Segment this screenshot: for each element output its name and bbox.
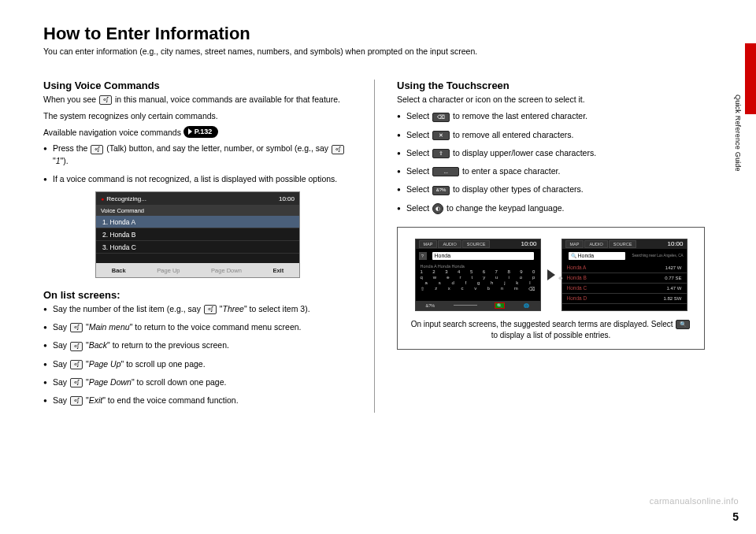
touch-bullet-1: Select ⌫ to remove the last entered char… (397, 110, 705, 122)
globe-icon: ◐ (432, 203, 443, 214)
list-bullet-1: Say the number of the list item (e.g., s… (43, 303, 352, 315)
talk-icon: «ʃ (70, 378, 83, 388)
delete-icon: ⌫ (432, 113, 450, 122)
vshot-row-1: 1. Honda A (96, 216, 299, 228)
symbols-icon: &?% (432, 186, 450, 195)
search-key-highlighted: 🔍 (495, 302, 505, 309)
arrow-icon (547, 269, 555, 280)
voice-intro: When you see «ʃ in this manual, voice co… (43, 94, 352, 106)
watermark: carmanualsonline.info (650, 496, 739, 506)
page-number: 5 (732, 510, 739, 523)
talk-icon: «ʃ (70, 323, 83, 332)
voice-heading: Using Voice Commands (43, 80, 352, 91)
vshot-row-2: 2. Honda B (96, 228, 299, 241)
talk-icon: «ʃ (99, 95, 112, 105)
talk-icon: «ʃ (204, 305, 217, 314)
shift-icon: ⇧ (432, 149, 450, 158)
touch-bullet-2: Select ✕ to remove all entered character… (397, 129, 705, 141)
page-ref-link[interactable]: P.132 (183, 126, 218, 138)
touch-bullet-6: Select ◐ to change the keypad language. (397, 202, 705, 214)
left-column: Using Voice Commands When you see «ʃ in … (43, 80, 374, 413)
touch-bullet-4: Select ⎵ to enter a space character. (397, 165, 705, 177)
voice-line2a: The system recognizes only certain comma… (43, 110, 352, 122)
touch-bullet-3: Select ⇧ to display upper/lower case cha… (397, 147, 705, 159)
touch-bullet-5: Select &?% to display other types of cha… (397, 184, 705, 195)
figure-caption: On input search screens, the suggested s… (407, 319, 695, 341)
list-bullet-5: Say «ʃ "Page Down" to scroll down one pa… (43, 376, 352, 388)
talk-icon: «ʃ (70, 396, 83, 406)
voice-bullet-1: Press the «ʃ (Talk) button, and say the … (43, 143, 352, 166)
talk-icon: «ʃ (91, 145, 103, 154)
voice-line2b: Available navigation voice commands P.13… (43, 126, 352, 139)
touchscreen-figure: MAPAUDIOSOURCE 10:00 ? Honda Honda A Hon… (397, 227, 705, 350)
touch-intro: Select a character or icon on the screen… (397, 94, 705, 106)
space-icon: ⎵ (432, 167, 459, 176)
clear-icon: ✕ (432, 131, 450, 140)
list-heading: On list screens: (43, 289, 352, 301)
page-subtitle: You can enter information (e.g., city na… (43, 46, 717, 57)
page-title: How to Enter Information (43, 24, 717, 44)
diamond-icon: ◆ (555, 273, 566, 284)
talk-icon: «ʃ (70, 342, 83, 351)
right-column: Using the Touchscreen Select a character… (374, 80, 705, 413)
list-bullet-3: Say «ʃ "Back" to return to the previous … (43, 339, 352, 351)
list-bullet-2: Say «ʃ "Main menu" to return to the voic… (43, 321, 352, 333)
voice-command-screenshot: ●Recognizing... 10:00 Voice Command 1. H… (95, 191, 300, 278)
touch-heading: Using the Touchscreen (397, 80, 705, 91)
voice-bullet-2: If a voice command is not recognized, a … (43, 173, 352, 185)
search-icon: 🔍 (676, 320, 690, 329)
list-bullet-6: Say «ʃ "Exit" to end the voice command f… (43, 395, 352, 406)
keyboard-screenshot: MAPAUDIOSOURCE 10:00 ? Honda Honda A Hon… (415, 239, 541, 311)
talk-icon: «ʃ (70, 360, 83, 369)
list-bullet-4: Say «ʃ "Page Up" to scroll up one page. (43, 358, 352, 370)
talk-icon: «ʃ (332, 145, 344, 154)
vshot-row-3: 3. Honda C (96, 241, 299, 254)
results-screenshot: ◆ MAPAUDIOSOURCE 10:00 🔍Honda Searching … (561, 239, 687, 311)
